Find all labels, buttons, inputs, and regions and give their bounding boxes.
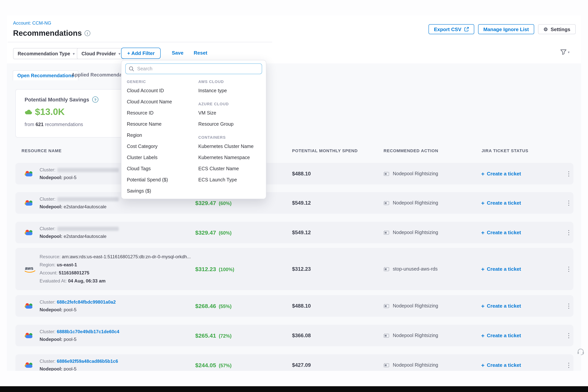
recommendation-count: 621 <box>36 122 44 127</box>
table-row[interactable]: Cluster: Nodepool: e2standar4autoscale $… <box>15 222 574 243</box>
create-ticket-button[interactable]: +Create a ticket <box>481 170 521 177</box>
savings-value: $268.46 <box>195 303 216 309</box>
table-row[interactable]: Cluster: 6886e92f59a48cad86b5b1c6 Nodepo… <box>15 354 574 371</box>
page-title-row: Recommendations <box>13 29 90 38</box>
row-menu-icon[interactable] <box>566 302 572 310</box>
row-menu-icon[interactable] <box>566 170 572 177</box>
cloud-provider-dropdown[interactable]: Cloud Provider <box>77 48 125 59</box>
chevron-down-icon <box>118 52 120 56</box>
filter-item[interactable]: Resource Group <box>198 119 264 130</box>
filter-item[interactable]: Cloud Tags <box>127 163 198 174</box>
screen-bottom-bar <box>0 386 588 392</box>
spend-value: $488.10 <box>292 303 311 309</box>
nodepool-value: e2standar4autoscale <box>64 204 106 210</box>
filter-item[interactable]: Instance type <box>198 85 264 96</box>
manage-ignore-list-button[interactable]: Manage Ignore List <box>478 24 534 34</box>
export-csv-button[interactable]: Export CSV <box>428 24 474 34</box>
row-menu-icon[interactable] <box>566 332 572 339</box>
account-breadcrumb[interactable]: Account: CCM-NG <box>13 20 51 26</box>
settings-button[interactable]: Settings <box>538 24 576 34</box>
create-ticket-button[interactable]: +Create a ticket <box>481 303 521 309</box>
create-ticket-button[interactable]: +Create a ticket <box>481 200 521 206</box>
plus-icon: + <box>481 362 484 368</box>
savings-card-title: Potential Monthly Savings <box>24 97 89 102</box>
save-filter-button[interactable]: Save <box>172 50 184 56</box>
add-filter-button[interactable]: + Add Filter <box>121 48 161 59</box>
filter-item[interactable]: Savings ($) <box>127 186 198 197</box>
filter-item[interactable]: Cloud Account ID <box>127 85 198 96</box>
row-menu-icon[interactable] <box>566 229 572 236</box>
recommended-action-value: stop-unused-aws-rds <box>393 266 438 272</box>
filter-panel-toggle[interactable] <box>560 49 570 55</box>
savings-subtext: from 621 recommendations <box>24 122 83 127</box>
table-row[interactable]: Cluster: 6888b1c70e49db17c1de60c4 Nodepo… <box>15 325 574 346</box>
create-ticket-label: Create a ticket <box>487 200 521 206</box>
nodepool-value: e2standar4autoscale <box>64 234 106 239</box>
table-row[interactable]: Cluster: Nodepool: e2standar4autoscale $… <box>15 192 574 214</box>
row-menu-icon[interactable] <box>566 362 572 369</box>
savings-value: $265.41 <box>195 332 216 339</box>
filter-item[interactable]: Region <box>127 130 198 141</box>
savings-subtext-prefix: from <box>24 122 34 127</box>
filter-item[interactable]: Resource ID <box>127 108 198 119</box>
filter-item[interactable]: Kubernetes Cluster Name <box>198 141 264 152</box>
filter-item[interactable]: VM Size <box>198 108 264 119</box>
recommendation-type-dropdown[interactable]: Recommendation Type <box>13 48 79 59</box>
gcp-cloud-icon <box>24 199 34 207</box>
rightsizing-icon <box>384 230 389 235</box>
manage-ignore-list-label: Manage Ignore List <box>483 26 529 32</box>
resource-label: Resource: <box>40 254 60 260</box>
cluster-link[interactable]: 688c2fefc84fbdc99801a0a2 <box>57 300 116 305</box>
savings-percent: (72%) <box>219 334 232 339</box>
table-row[interactable]: Cluster: 688c2fefc84fbdc99801a0a2 Nodepo… <box>15 295 574 317</box>
rightsizing-icon <box>384 304 389 308</box>
tab-applied-recommendations[interactable]: Applied Recommendatio <box>72 72 128 78</box>
reset-filter-button[interactable]: Reset <box>194 50 207 56</box>
cluster-link[interactable]: 6886e92f59a48cad86b5b1c6 <box>57 358 118 364</box>
rightsizing-icon <box>384 266 389 272</box>
cluster-label: Cluster: <box>40 329 56 334</box>
cluster-link[interactable]: 6888b1c70e49db17c1de60c4 <box>57 329 119 334</box>
evaluated-at-value: 04 Aug, 06:33 am <box>68 278 106 284</box>
filter-item[interactable]: Kubernetes Namespace <box>198 152 264 163</box>
filter-item[interactable]: Cloud Account Name <box>127 96 198 108</box>
support-headset-icon[interactable] <box>577 348 584 355</box>
add-filter-dropdown: GENERIC Cloud Account ID Cloud Account N… <box>121 60 266 199</box>
col-header-jira-ticket-status: JIRA TICKET STATUS <box>482 148 528 153</box>
filter-item[interactable]: ECS Cluster Name <box>198 163 264 174</box>
row-menu-icon[interactable] <box>566 199 572 206</box>
nodepool-value: pool-5 <box>64 337 76 342</box>
create-ticket-button[interactable]: +Create a ticket <box>481 362 521 368</box>
row-menu-icon[interactable] <box>566 265 572 273</box>
filter-section-azure-cloud: AZURE CLOUD <box>198 102 264 106</box>
redacted-cluster-value <box>58 168 119 172</box>
create-ticket-button[interactable]: +Create a ticket <box>481 332 521 339</box>
plus-icon: + <box>481 332 484 339</box>
create-ticket-button[interactable]: +Create a ticket <box>481 266 521 272</box>
filter-search-input[interactable] <box>125 64 262 74</box>
main-content: Account: CCM-NG Recommendations Export C… <box>7 15 581 371</box>
col-header-resource-name: RESOURCE NAME <box>22 148 62 153</box>
gcp-cloud-icon <box>24 229 34 236</box>
info-icon[interactable] <box>84 30 90 36</box>
create-ticket-label: Create a ticket <box>487 332 521 338</box>
rightsizing-icon <box>384 333 389 338</box>
filter-section-containers: CONTAINERS <box>198 135 264 140</box>
filter-item[interactable]: Cost Category <box>127 141 198 152</box>
help-icon[interactable] <box>92 96 98 102</box>
savings-percent: (60%) <box>219 230 232 236</box>
tab-open-recommendations[interactable]: Open Recommendations <box>13 70 78 80</box>
gcp-cloud-icon <box>24 302 34 310</box>
table-row[interactable]: Cluster: Nodepool: pool-5 $488.10 Nodepo… <box>15 163 574 184</box>
table-row[interactable]: aws Resource: arn:aws:rds:us-east-1:5116… <box>15 248 574 290</box>
create-ticket-button[interactable]: +Create a ticket <box>481 229 521 236</box>
filter-item[interactable]: Potential Spend ($) <box>127 174 198 186</box>
spend-value: $312.23 <box>292 266 311 272</box>
filter-item[interactable]: ECS Launch Type <box>198 174 264 186</box>
filter-section-aws-cloud: AWS CLOUD <box>198 80 264 84</box>
savings-subtext-suffix: recommendations <box>45 122 83 127</box>
filter-item[interactable]: Cluster Labels <box>127 152 198 163</box>
filter-item[interactable]: Resource Name <box>127 119 198 130</box>
redacted-cluster-value <box>58 227 119 231</box>
page-title: Recommendations <box>13 29 82 38</box>
